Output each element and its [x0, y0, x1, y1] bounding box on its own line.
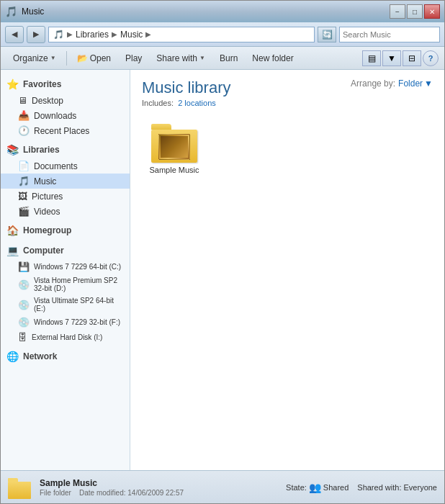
documents-icon: 📄 — [18, 161, 30, 171]
downloads-icon: 📥 — [18, 110, 30, 121]
view-toggle-button[interactable]: ▤ — [362, 50, 381, 66]
music-icon: 🎵 — [18, 176, 30, 186]
libraries-label: Libraries — [23, 145, 60, 155]
pictures-label: Pictures — [32, 192, 63, 202]
network-icon: 🌐 — [6, 351, 19, 362]
sidebar-group-libraries[interactable]: 📚 Libraries — [1, 141, 130, 158]
downloads-label: Downloads — [34, 111, 76, 121]
path-sep-3: ▶ — [145, 30, 151, 38]
open-icon: 📂 — [77, 53, 88, 63]
library-subtitle: Includes: 2 locations — [142, 99, 230, 107]
sidebar-item-vista-e[interactable]: 💿 Vista Ultimate SP2 64-bit (E:) — [1, 294, 130, 315]
sidebar-item-vista-d[interactable]: 💿 Vista Home Premium SP2 32-bit (D:) — [1, 274, 130, 294]
file-label: Sample Music — [149, 166, 199, 174]
shared-with-value: Everyone — [404, 483, 437, 492]
sidebar-section-homegroup: 🏠 Homegroup — [1, 222, 130, 239]
locations-link[interactable]: 2 locations — [178, 99, 216, 107]
sidebar-item-ext-i[interactable]: 🗄 External Hard Disk (I:) — [1, 330, 130, 345]
view-dropdown-button[interactable]: ▼ — [382, 50, 401, 66]
burn-label: Burn — [220, 53, 238, 63]
view-buttons: ▤ ▼ ⊟ ? — [362, 50, 439, 66]
play-button[interactable]: Play — [119, 50, 148, 67]
sidebar-item-music[interactable]: 🎵 Music — [1, 174, 130, 189]
drive-e-label: Vista Ultimate SP2 64-bit (E:) — [34, 297, 124, 312]
state-value: Shared — [323, 483, 349, 492]
status-file-name: Sample Music — [40, 478, 277, 488]
sidebar-item-pictures[interactable]: 🖼 Pictures — [1, 189, 130, 204]
sidebar-group-favorites[interactable]: ⭐ Favorites — [1, 76, 130, 93]
burn-button[interactable]: Burn — [213, 50, 244, 67]
sidebar-group-homegroup[interactable]: 🏠 Homegroup — [1, 222, 130, 239]
main-area: ⭐ Favorites 🖥 Desktop 📥 Downloads 🕐 Rece… — [1, 70, 444, 470]
status-info: Sample Music File folder Date modified: … — [40, 478, 277, 497]
sidebar-item-recent-places[interactable]: 🕐 Recent Places — [1, 123, 130, 138]
status-file-type: File folder Date modified: 14/06/2009 22… — [40, 489, 277, 497]
arrange-by-label: Arrange by: — [351, 78, 395, 89]
toolbar-sep-1 — [66, 51, 67, 66]
share-state-icon: 👥 — [309, 482, 321, 493]
organize-arrow: ▼ — [50, 55, 56, 61]
folder-image — [158, 134, 190, 160]
share-with-button[interactable]: Share with ▼ — [150, 50, 212, 67]
minimize-button[interactable]: − — [390, 4, 405, 19]
status-date-modified: 14/06/2009 22:57 — [127, 489, 184, 497]
address-bar: ◀ ▶ 🎵 ▶ Libraries ▶ Music ▶ 🔄 🔍 — [1, 22, 444, 47]
sidebar: ⭐ Favorites 🖥 Desktop 📥 Downloads 🕐 Rece… — [1, 70, 130, 470]
drive-f-label: Windows 7 7229 32-bit (F:) — [34, 318, 120, 326]
sidebar-item-videos[interactable]: 🎬 Videos — [1, 204, 130, 219]
shared-with-label: Shared with: — [357, 483, 401, 492]
sidebar-item-downloads[interactable]: 📥 Downloads — [1, 108, 130, 123]
new-folder-button[interactable]: New folder — [246, 50, 300, 67]
search-input[interactable] — [343, 30, 442, 39]
status-folder-tab — [8, 478, 18, 482]
homegroup-label: Homegroup — [23, 225, 71, 235]
recent-places-label: Recent Places — [34, 126, 89, 136]
arrange-by-value[interactable]: Folder ▼ — [398, 78, 433, 89]
refresh-button[interactable]: 🔄 — [318, 27, 336, 42]
sidebar-section-libraries: 📚 Libraries 📄 Documents 🎵 Music 🖼 Pictur… — [1, 141, 130, 219]
address-path[interactable]: 🎵 ▶ Libraries ▶ Music ▶ — [48, 27, 315, 42]
drive-d-label: Vista Home Premium SP2 32-bit (D:) — [34, 276, 124, 292]
content-area: Music library Includes: 2 locations Arra… — [130, 70, 444, 470]
organize-button[interactable]: Organize ▼ — [6, 50, 63, 67]
status-file-type-label: File folder — [40, 489, 71, 497]
computer-icon: 💻 — [6, 245, 19, 256]
details-pane-button[interactable]: ⊟ — [403, 50, 421, 66]
favorites-label: Favorites — [23, 79, 61, 89]
library-info: Music library Includes: 2 locations — [142, 78, 230, 107]
path-libraries[interactable]: Libraries — [76, 30, 109, 40]
sidebar-item-win7-c[interactable]: 💾 Windows 7 7229 64-bit (C:) — [1, 259, 130, 274]
title-bar: 🎵 Music − □ ✕ — [1, 1, 444, 22]
sidebar-section-network: 🌐 Network — [1, 348, 130, 365]
library-title: Music library — [142, 78, 230, 97]
path-music[interactable]: Music — [120, 30, 143, 40]
help-button[interactable]: ? — [423, 50, 439, 66]
drive-d-icon: 💿 — [18, 279, 30, 290]
organize-label: Organize — [13, 53, 48, 63]
status-file-icon — [8, 476, 31, 499]
file-item-sample-music[interactable]: Sample Music — [142, 116, 207, 179]
pictures-icon: 🖼 — [18, 191, 27, 202]
status-shared-with: Shared with: Everyone — [357, 483, 437, 492]
computer-label: Computer — [23, 246, 64, 256]
libraries-icon: 📚 — [6, 144, 19, 156]
forward-button[interactable]: ▶ — [27, 26, 45, 43]
back-button[interactable]: ◀ — [5, 26, 24, 43]
maximize-button[interactable]: □ — [407, 4, 423, 19]
sidebar-item-win7-f[interactable]: 💿 Windows 7 7229 32-bit (F:) — [1, 315, 130, 330]
share-with-arrow: ▼ — [199, 55, 205, 61]
sidebar-section-computer: 💻 Computer 💾 Windows 7 7229 64-bit (C:) … — [1, 242, 130, 345]
drive-i-label: External Hard Disk (I:) — [32, 333, 102, 341]
open-button[interactable]: 📂 Open — [71, 50, 117, 67]
sidebar-group-computer[interactable]: 💻 Computer — [1, 242, 130, 259]
path-sep-2: ▶ — [112, 30, 117, 38]
status-date-modified-label: Date modified: — [79, 489, 125, 497]
sidebar-item-documents[interactable]: 📄 Documents — [1, 158, 130, 174]
sidebar-group-network[interactable]: 🌐 Network — [1, 348, 130, 365]
search-box[interactable]: 🔍 — [339, 27, 440, 42]
close-button[interactable]: ✕ — [424, 4, 440, 19]
sidebar-item-desktop[interactable]: 🖥 Desktop — [1, 93, 130, 108]
desktop-label: Desktop — [32, 96, 63, 106]
title-bar-controls: − □ ✕ — [390, 4, 440, 19]
title-bar-left: 🎵 Music — [5, 6, 44, 17]
